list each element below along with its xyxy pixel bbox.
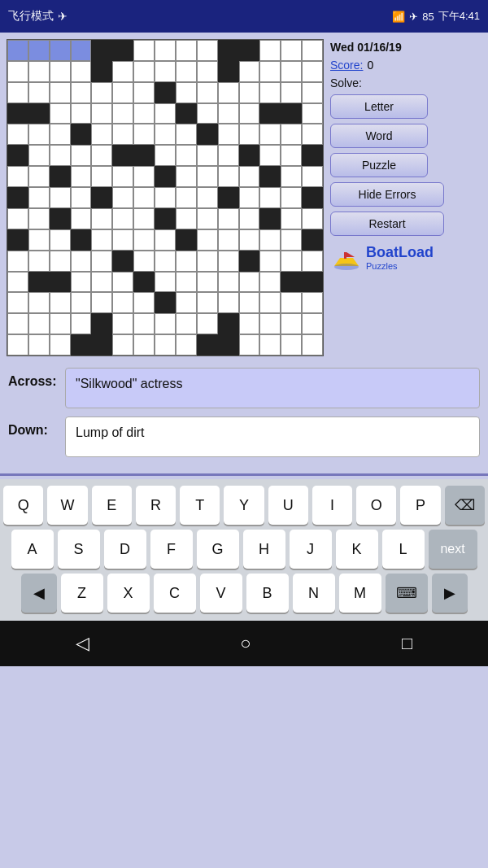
cell-13-7[interactable] [155,313,176,334]
cell-11-8[interactable] [176,272,197,293]
cell-3-12[interactable] [259,103,281,124]
cell-11-3[interactable] [71,272,92,293]
cell-12-1[interactable] [28,292,50,313]
cell-1-14[interactable] [302,61,323,82]
recent-nav-button[interactable]: □ [402,633,412,654]
cell-11-12[interactable] [259,272,281,293]
key-i[interactable]: I [312,486,352,525]
cell-14-4[interactable] [91,334,112,355]
cell-6-3[interactable] [71,166,92,187]
cell-5-10[interactable] [218,145,239,166]
key-g[interactable]: G [197,530,239,569]
cell-2-6[interactable] [133,82,155,103]
cell-13-2[interactable] [50,313,71,334]
cell-1-5[interactable] [112,61,133,82]
right-arrow-key[interactable]: ▶ [432,574,468,613]
cell-10-10[interactable] [218,251,239,272]
cell-9-5[interactable] [112,229,133,251]
cell-2-12[interactable] [259,82,281,103]
cell-6-13[interactable] [281,166,302,187]
cell-12-5[interactable] [112,292,133,313]
key-u[interactable]: U [268,486,308,525]
cell-4-13[interactable] [281,124,302,145]
cell-13-3[interactable] [71,313,92,334]
cell-10-8[interactable] [176,251,197,272]
cell-0-12[interactable] [259,40,281,61]
cell-8-2[interactable] [50,208,71,229]
cell-14-7[interactable] [155,334,176,355]
score-link[interactable]: Score: [330,59,363,72]
cell-4-4[interactable] [91,124,112,145]
key-z[interactable]: Z [61,574,103,613]
cell-5-8[interactable] [176,145,197,166]
cell-12-4[interactable] [91,292,112,313]
cell-8-14[interactable] [302,208,323,229]
cell-10-5[interactable] [112,251,133,272]
cell-8-6[interactable] [133,208,155,229]
key-m[interactable]: M [339,574,381,613]
cell-6-0[interactable] [7,166,28,187]
cell-7-6[interactable] [133,187,155,208]
cell-0-9[interactable] [197,40,218,61]
hide-errors-button[interactable]: Hide Errors [330,182,444,207]
cell-4-1[interactable] [28,124,50,145]
cell-0-8[interactable] [176,40,197,61]
cell-10-9[interactable] [197,251,218,272]
cell-7-2[interactable] [50,187,71,208]
cell-9-13[interactable] [281,229,302,251]
cell-5-7[interactable] [155,145,176,166]
key-f[interactable]: F [150,530,193,569]
cell-5-0[interactable] [7,145,28,166]
cell-5-11[interactable] [239,145,260,166]
cell-2-9[interactable] [197,82,218,103]
cell-3-1[interactable] [28,103,50,124]
cell-14-12[interactable] [259,334,281,355]
cell-9-9[interactable] [197,229,218,251]
cell-1-7[interactable] [155,61,176,82]
cell-0-11[interactable] [239,40,260,61]
cell-10-1[interactable] [28,251,50,272]
cell-4-5[interactable] [112,124,133,145]
cell-3-2[interactable] [50,103,71,124]
cell-2-13[interactable] [281,82,302,103]
cell-0-6[interactable] [133,40,155,61]
key-p[interactable]: P [400,486,440,525]
cell-14-5[interactable] [112,334,133,355]
cell-3-5[interactable] [112,103,133,124]
cell-1-2[interactable] [50,61,71,82]
cell-1-6[interactable] [133,61,155,82]
cell-4-8[interactable] [176,124,197,145]
cell-1-11[interactable] [239,61,260,82]
cell-8-5[interactable] [112,208,133,229]
cell-3-10[interactable] [218,103,239,124]
cell-13-0[interactable] [7,313,28,334]
cell-10-12[interactable] [259,251,281,272]
key-q[interactable]: Q [3,486,43,525]
cell-11-5[interactable] [112,272,133,293]
cell-12-2[interactable] [50,292,71,313]
cell-14-13[interactable] [281,334,302,355]
cell-10-3[interactable] [71,251,92,272]
cell-7-11[interactable] [239,187,260,208]
cell-6-2[interactable] [50,166,71,187]
cell-9-6[interactable] [133,229,155,251]
cell-0-0[interactable] [7,40,28,61]
cell-8-10[interactable] [218,208,239,229]
cell-14-8[interactable] [176,334,197,355]
cell-6-12[interactable] [259,166,281,187]
cell-14-2[interactable] [50,334,71,355]
cell-8-8[interactable] [176,208,197,229]
cell-5-14[interactable] [302,145,323,166]
cell-2-14[interactable] [302,82,323,103]
cell-13-9[interactable] [197,313,218,334]
cell-5-6[interactable] [133,145,155,166]
cell-3-9[interactable] [197,103,218,124]
back-nav-button[interactable]: ◁ [76,633,89,654]
cell-7-3[interactable] [71,187,92,208]
cell-8-7[interactable] [155,208,176,229]
cell-2-11[interactable] [239,82,260,103]
cell-2-7[interactable] [155,82,176,103]
cell-1-3[interactable] [71,61,92,82]
cell-3-14[interactable] [302,103,323,124]
cell-4-12[interactable] [259,124,281,145]
